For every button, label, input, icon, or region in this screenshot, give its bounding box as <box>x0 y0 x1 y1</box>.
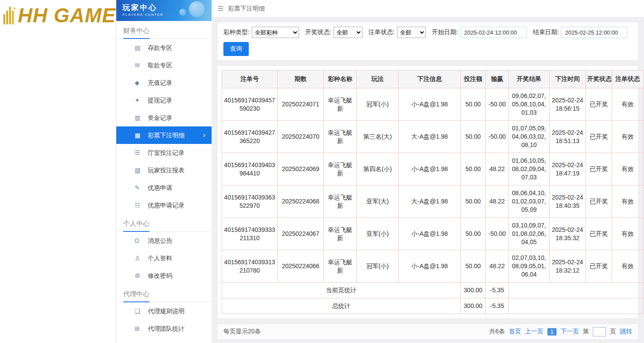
current-page[interactable]: 1 <box>547 328 557 336</box>
sidebar-item-promo-apply-records[interactable]: ☷优惠申请记录 <box>116 196 212 214</box>
summary-winloss: -5.35 <box>486 298 509 314</box>
user-icon: ♙ <box>135 249 140 267</box>
cell-period: 20250224071 <box>278 88 324 121</box>
jump-prefix-label: 第 <box>583 328 589 336</box>
table-row: 40156917403945759023020250224071幸运飞艇新冠军(… <box>222 88 644 121</box>
lottery-icon: ▦ <box>135 126 140 144</box>
column-header: 注单号 <box>222 70 278 88</box>
cell-bet_time: 2025-02-24 18:32:12 <box>550 250 586 283</box>
cell-lottery: 幸运飞艇新 <box>324 153 357 186</box>
sidebar-item-fund-records[interactable]: ▥资金记录 <box>116 109 212 126</box>
draw-status-label: 开奖状态: <box>305 28 331 36</box>
sidebar-item-label: 修改密码 <box>148 272 172 279</box>
players-center-title: 玩家中心 <box>122 3 212 13</box>
promo-icon: ✎ <box>135 179 140 196</box>
search-button[interactable]: 查询 <box>223 42 249 56</box>
cell-lottery: 幸运飞艇新 <box>324 218 357 250</box>
jump-button[interactable]: 跳转 <box>620 328 632 336</box>
cell-amount: 50.00 <box>461 88 486 121</box>
cell-result: 01,07,05,09,04,06,03,02,08,10 <box>509 121 550 153</box>
sidebar: 玩家中心 PLAYERS CENTER 财务中心▤存款专区✉取款专区◆充值记录✦… <box>116 0 212 343</box>
cell-result: 01,06,10,05,08,02,09,04,07,03 <box>509 153 550 186</box>
start-date-input[interactable] <box>460 27 527 38</box>
sidebar-menu: 财务中心▤存款专区✉取款专区◆充值记录✦提现记录▥资金记录▦彩票下注明细›☰厅室… <box>116 21 212 337</box>
sidebar-item-deposit-area[interactable]: ▤存款专区 <box>116 39 212 56</box>
logo-area: HH GAME <box>0 0 116 343</box>
sidebar-item-label: 彩票下注明细 <box>148 132 184 139</box>
cell-bet_time: 2025-02-24 18:35:32 <box>550 218 586 250</box>
cell-amount: 50.00 <box>461 218 486 250</box>
per-page-text: 每页显示20条 <box>223 328 261 336</box>
cell-order_no: 401569174039363522970 <box>222 186 278 218</box>
sidebar-item-label: 消息公告 <box>148 237 172 244</box>
order-status-select[interactable]: 全部 <box>397 27 426 38</box>
column-header: 开奖结果 <box>509 70 550 88</box>
team-icon: ⊞ <box>135 320 140 337</box>
main-content: ☰ 彩票下注明细 彩种类型: 全部彩种 开奖状态: 全部 注单状态: 全部 开始… <box>212 0 644 343</box>
summary-empty <box>509 283 644 298</box>
promo-record-icon: ☷ <box>135 196 140 214</box>
cell-play: 第三名(大) <box>357 121 399 153</box>
menu-toggle-icon[interactable]: ☰ <box>218 5 223 13</box>
summary-amount: 300.00 <box>461 283 486 298</box>
column-header: 下注时间 <box>550 70 586 88</box>
sidebar-item-label: 资金记录 <box>148 114 172 121</box>
cell-draw_status: 已开奖 <box>586 250 612 283</box>
sidebar-item-messages[interactable]: Ω消息公告 <box>116 232 212 249</box>
cell-draw_status: 已开奖 <box>586 121 612 153</box>
sidebar-item-withdraw-area[interactable]: ✉取款专区 <box>116 56 212 74</box>
cell-bet_info: 大-A盘@1.98 <box>399 121 461 153</box>
hall-icon: ☰ <box>135 144 140 161</box>
cell-play: 亚军(小) <box>357 218 399 250</box>
sidebar-item-recharge-records[interactable]: ◆充值记录 <box>116 74 212 91</box>
deposit-icon: ▤ <box>135 39 140 56</box>
sidebar-item-change-password[interactable]: ⚙修改密码 <box>116 267 212 284</box>
cell-lottery: 幸运飞艇新 <box>324 186 357 218</box>
end-date-input[interactable] <box>561 27 627 38</box>
page-jump-input[interactable] <box>593 327 606 336</box>
sidebar-item-label: 提现记录 <box>148 97 172 104</box>
prev-page-link[interactable]: 上一页 <box>525 328 543 336</box>
cell-draw_status: 已开奖 <box>586 153 612 186</box>
sidebar-item-agent-team-stats[interactable]: ⊞代理团队统计 <box>116 320 212 337</box>
topbar: ☰ 彩票下注明细 <box>212 0 644 18</box>
cashout-icon: ✦ <box>135 91 140 109</box>
cell-win_loss: -50.00 <box>486 88 509 121</box>
sidebar-item-label: 优惠申请 <box>148 184 172 191</box>
cell-period: 20250224068 <box>278 186 324 218</box>
sidebar-item-withdrawal-records[interactable]: ✦提现记录 <box>116 91 212 109</box>
sidebar-item-hall-bet-records[interactable]: ☰厅室投注记录 <box>116 144 212 161</box>
lottery-type-select[interactable]: 全部彩种 <box>252 27 299 38</box>
cell-period: 20250224066 <box>278 250 324 283</box>
cell-amount: 50.00 <box>461 186 486 218</box>
sidebar-item-agent-rules[interactable]: ❏代理规则说明 <box>116 302 212 320</box>
sidebar-header: 玩家中心 PLAYERS CENTER <box>116 0 212 21</box>
end-date-label: 结束日期: <box>533 28 559 36</box>
cell-win_loss: 48.22 <box>486 153 509 186</box>
sidebar-section-title: 代理中心 <box>116 284 212 302</box>
cell-draw_status: 已开奖 <box>586 218 612 250</box>
draw-status-select[interactable]: 全部 <box>334 27 362 38</box>
first-page-link[interactable]: 首页 <box>509 328 521 336</box>
cell-order_no: 401569174039427365220 <box>222 121 278 153</box>
summary-amount: 300.00 <box>461 298 486 314</box>
coins-icon: ◆ <box>135 74 139 91</box>
page-title: 彩票下注明细 <box>228 5 265 13</box>
cell-result: 08,06,04,10,01,02,03,07,05,09 <box>509 186 550 218</box>
sidebar-item-player-bet-report[interactable]: ▧玩家投注报表 <box>116 161 212 179</box>
sidebar-item-label: 优惠申请记录 <box>148 202 184 209</box>
logo-bars-icon <box>3 4 18 27</box>
cell-order_status: 有效 <box>612 186 644 218</box>
sidebar-item-promo-apply[interactable]: ✎优惠申请 <box>116 179 212 196</box>
sidebar-item-profile[interactable]: ♙个人资料 <box>116 249 212 267</box>
start-date-label: 开始日期: <box>432 28 458 36</box>
next-page-link[interactable]: 下一页 <box>560 328 579 336</box>
table-body: 40156917403945759023020250224071幸运飞艇新冠军(… <box>222 88 644 314</box>
cell-lottery: 幸运飞艇新 <box>324 121 357 153</box>
bet-table: 注单号期数彩种名称玩法下注信息投注额输赢开奖结果下注时间开奖状态注单状态 401… <box>222 70 644 314</box>
cell-order_status: 有效 <box>612 121 644 153</box>
sidebar-item-lottery-bet-details[interactable]: ▦彩票下注明细› <box>116 126 212 144</box>
site-logo[interactable]: HH GAME <box>0 0 116 27</box>
summary-empty <box>509 298 644 314</box>
logo-text: HH GAME <box>18 4 116 27</box>
